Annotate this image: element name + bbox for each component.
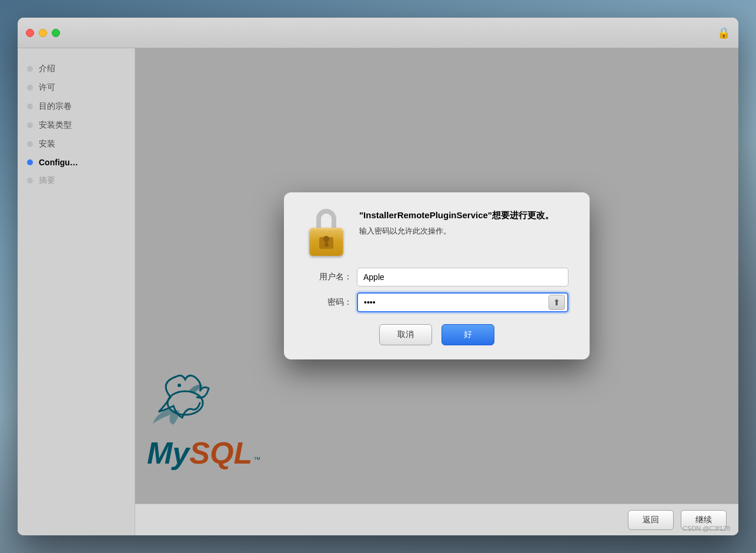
sidebar-dot-config [27,159,33,165]
main-content: My SQL ™ ⬇ [135,48,738,535]
dialog-text: "InstallerRemotePluginService"想要进行更改。 输入… [359,209,568,236]
sidebar-label-install: 安装 [39,139,55,149]
content-area: 介绍 许可 目的宗卷 安装类型 安装 Configu… [18,48,738,535]
padlock-arrow-icon: ⬇ [322,236,332,250]
auth-dialog: ⬇ "InstallerRemotePluginService"想要进行更改。 … [284,192,590,359]
close-button[interactable] [26,29,34,37]
sidebar-item-type[interactable]: 安装类型 [18,116,135,134]
back-button[interactable]: 返回 [628,510,674,530]
sidebar-dot-install [27,141,33,147]
title-bar: 🔒 [18,18,738,48]
username-input[interactable] [357,268,568,287]
password-reveal-button[interactable]: ⬆ [548,295,565,310]
sidebar-label-type: 安装类型 [39,120,72,131]
sidebar-item-summary[interactable]: 摘要 [18,172,135,189]
username-label: 用户名： [305,272,352,282]
main-window: 🔒 介绍 许可 目的宗卷 安装类型 安装 [18,18,738,535]
cancel-button[interactable]: 取消 [379,324,432,345]
sidebar-item-dest[interactable]: 目的宗卷 [18,98,135,115]
sidebar-dot-type [27,122,33,128]
dialog-title: "InstallerRemotePluginService"想要进行更改。 [359,209,568,221]
dialog-buttons: 取消 好 [305,324,568,345]
padlock-shackle [316,209,336,230]
dialog-header: ⬇ "InstallerRemotePluginService"想要进行更改。 … [305,209,568,256]
bottom-bar: 返回 继续 [135,504,738,535]
password-wrapper: ⬆ [357,292,568,312]
sidebar-label-summary: 摘要 [39,175,55,186]
maximize-button[interactable] [52,29,60,37]
password-label: 密码： [305,297,352,308]
sidebar-item-intro[interactable]: 介绍 [18,60,135,78]
dialog-overlay: ⬇ "InstallerRemotePluginService"想要进行更改。 … [135,48,738,504]
sidebar-item-license[interactable]: 许可 [18,79,135,96]
dialog-form: 用户名： 密码： ⬆ [305,268,568,312]
password-input[interactable] [357,292,568,312]
sidebar-dot-intro [27,66,33,72]
padlock-icon: ⬇ [305,209,347,256]
traffic-lights [26,29,60,37]
csdn-watermark: CSDN @C3f128 [683,525,730,532]
dialog-subtitle: 输入密码以允许此次操作。 [359,226,568,236]
sidebar-label-config: Configu… [39,158,78,167]
sidebar-item-config[interactable]: Configu… [18,154,135,171]
sidebar-dot-dest [27,104,33,109]
sidebar-label-dest: 目的宗卷 [39,101,72,112]
window-lock-icon: 🔒 [717,26,730,39]
minimize-button[interactable] [39,29,47,37]
padlock-body: ⬇ [309,228,343,256]
sidebar: 介绍 许可 目的宗卷 安装类型 安装 Configu… [18,48,135,535]
sidebar-label-intro: 介绍 [39,64,55,74]
installer-body: My SQL ™ ⬇ [135,48,738,504]
sidebar-dot-summary [27,178,33,184]
sidebar-dot-license [27,85,33,91]
sidebar-label-license: 许可 [39,82,55,93]
sidebar-item-install[interactable]: 安装 [18,135,135,153]
ok-button[interactable]: 好 [441,324,494,345]
